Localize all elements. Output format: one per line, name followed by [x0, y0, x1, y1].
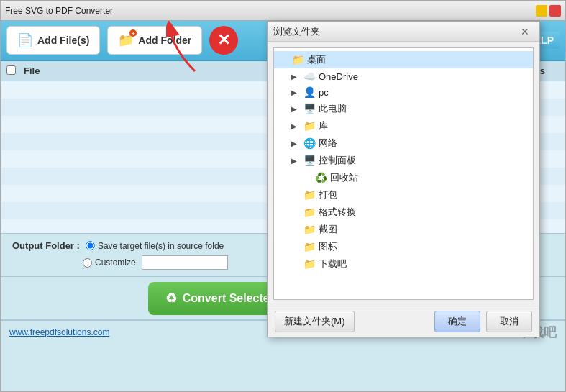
- folder-tree[interactable]: 📁桌面▶☁️OneDrive▶👤pc▶🖥️此电脑▶📁库▶🌐网络▶🖥️控制面板♻️…: [273, 47, 534, 300]
- tree-item[interactable]: 📁打包: [274, 186, 533, 204]
- tree-item-label: 此电脑: [319, 102, 347, 115]
- tree-item[interactable]: 📁截图: [274, 221, 533, 238]
- tree-item[interactable]: ♻️回收站: [274, 169, 533, 186]
- tree-item-label: 下载吧: [319, 257, 347, 270]
- tree-item-label: 控制面板: [319, 154, 356, 167]
- customize-path-input[interactable]: [142, 255, 228, 270]
- tree-folder-icon: 📁: [303, 224, 316, 235]
- tree-chevron-icon: ▶: [291, 73, 300, 81]
- radio-customize[interactable]: [83, 258, 92, 268]
- tree-folder-icon: 📁: [303, 241, 316, 252]
- tree-item[interactable]: ▶🖥️此电脑: [274, 100, 533, 117]
- tree-item-label: 打包: [319, 188, 337, 201]
- remove-button[interactable]: ✕: [209, 26, 238, 55]
- tree-folder-icon: 📁: [291, 54, 304, 65]
- tree-item[interactable]: 📁图标: [274, 238, 533, 255]
- tree-item[interactable]: ▶🌐网络: [274, 135, 533, 152]
- radio-source[interactable]: [86, 241, 95, 250]
- dialog-title-bar: 浏览文件夹 ✕: [268, 22, 539, 42]
- dialog-cancel-button[interactable]: 取消: [486, 311, 532, 332]
- tree-folder-icon: ♻️: [314, 172, 327, 183]
- tree-folder-icon: 👤: [303, 86, 316, 98]
- tree-item-label: 桌面: [307, 53, 326, 66]
- tree-folder-icon: 🖥️: [303, 103, 316, 114]
- tree-folder-icon: 📁: [303, 120, 316, 132]
- remove-icon: ✕: [217, 32, 230, 48]
- browse-folder-dialog: 浏览文件夹 ✕ 📁桌面▶☁️OneDrive▶👤pc▶🖥️此电脑▶📁库▶🌐网络▶…: [267, 21, 540, 337]
- add-folder-button[interactable]: 📁 + Add Folder: [107, 26, 202, 55]
- tree-chevron-icon: ▶: [291, 140, 300, 147]
- radio-source-text: Save target file(s) in source folde: [98, 241, 224, 251]
- tree-item[interactable]: 📁下载吧: [274, 255, 533, 273]
- tree-folder-icon: 📁: [303, 258, 316, 270]
- tree-item[interactable]: ▶☁️OneDrive: [274, 68, 533, 84]
- title-bar: Free SVG to PDF Converter: [1, 1, 565, 21]
- minimize-button[interactable]: [536, 5, 547, 17]
- add-folder-label: Add Folder: [138, 35, 191, 46]
- tree-chevron-icon: ▶: [291, 88, 300, 96]
- convert-selected-icon: ♻: [165, 291, 177, 306]
- title-bar-controls: [536, 5, 561, 17]
- tree-folder-icon: 📁: [303, 189, 316, 201]
- main-window: Free SVG to PDF Converter 📄 Add File(s) …: [0, 0, 566, 392]
- dialog-action-buttons: 确定 取消: [434, 311, 532, 332]
- dialog-title: 浏览文件夹: [273, 25, 320, 38]
- dialog-footer: 新建文件夹(M) 确定 取消: [268, 306, 539, 337]
- radio-customize-text: Customize: [95, 257, 136, 268]
- tree-item[interactable]: ▶📁库: [274, 117, 533, 135]
- window-title: Free SVG to PDF Converter: [5, 6, 113, 16]
- tree-item-label: 回收站: [330, 171, 358, 184]
- tree-folder-icon: ☁️: [303, 70, 316, 82]
- add-files-label: Add File(s): [37, 35, 89, 46]
- tree-item-label: 库: [319, 119, 328, 132]
- website-link[interactable]: www.freepdfsolutions.com: [9, 327, 109, 337]
- tree-folder-icon: 📁: [303, 206, 316, 218]
- add-file-icon: 📄: [17, 32, 33, 48]
- tree-item[interactable]: ▶🖥️控制面板: [274, 152, 533, 169]
- tree-folder-icon: 🌐: [303, 137, 316, 149]
- tree-item-label: 图标: [319, 240, 337, 253]
- tree-chevron-icon: ▶: [291, 157, 300, 165]
- tree-item[interactable]: ▶👤pc: [274, 84, 533, 100]
- tree-item-label: pc: [319, 87, 329, 98]
- radio-source-label[interactable]: Save target file(s) in source folde: [86, 241, 224, 251]
- select-all-checkbox[interactable]: [6, 65, 24, 77]
- tree-item-label: OneDrive: [319, 71, 358, 82]
- dialog-ok-button[interactable]: 确定: [434, 311, 480, 332]
- dialog-close-button[interactable]: ✕: [516, 24, 534, 39]
- tree-item-label: 格式转换: [319, 206, 356, 219]
- output-label: Output Folder :: [12, 240, 80, 251]
- tree-item-label: 截图: [319, 223, 337, 236]
- convert-selected-label: Convert Selected: [183, 292, 277, 305]
- close-button[interactable]: [549, 5, 561, 17]
- new-folder-button[interactable]: 新建文件夹(M): [275, 311, 355, 332]
- tree-chevron-icon: ▶: [291, 122, 300, 130]
- tree-folder-icon: 🖥️: [303, 155, 316, 166]
- tree-item-label: 网络: [319, 137, 337, 150]
- radio-customize-label[interactable]: Customize: [83, 257, 136, 268]
- add-folder-icon: 📁 +: [118, 32, 134, 48]
- tree-item[interactable]: 📁格式转换: [274, 204, 533, 221]
- tree-chevron-icon: ▶: [291, 105, 300, 113]
- tree-item[interactable]: 📁桌面: [274, 51, 533, 68]
- add-files-button[interactable]: 📄 Add File(s): [6, 26, 100, 55]
